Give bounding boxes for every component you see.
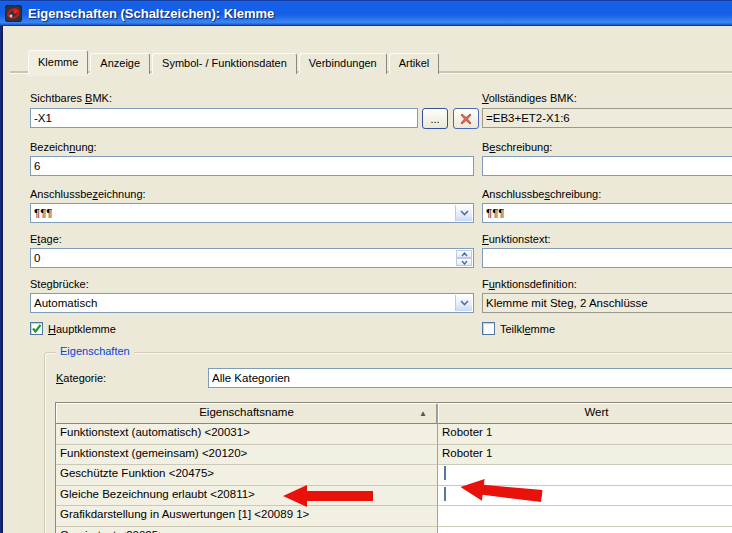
property-value-cell[interactable] <box>438 527 732 533</box>
tab-symbol-funktionsdaten[interactable]: Symbol- / Funktionsdaten <box>152 53 297 74</box>
table-row: Funktionstext (gemeinsam) <20120> Robote… <box>56 445 732 466</box>
designation-label: Bezeichnung: <box>30 141 97 153</box>
property-value-cell[interactable]: Roboter 1 <box>438 424 732 445</box>
function-text-label: Funktionstext: <box>482 233 551 245</box>
connection-description-label: Anschlussbeschreibung: <box>482 188 601 200</box>
table-row: Gleiche Bezeichnung erlaubt <20811> <box>56 486 732 507</box>
jumper-combobox[interactable]: Automatisch <box>30 293 474 313</box>
main-terminal-label: Hauptklemme <box>48 323 116 335</box>
property-name-cell[interactable]: Gleiche Bezeichnung erlaubt <20811> <box>56 486 438 507</box>
level-value: 0 <box>34 252 40 264</box>
table-header-row: Eigenschaftsname ▲ Wert <box>56 403 732 424</box>
property-name-cell[interactable]: Geschützte Funktion <20475> <box>56 465 438 486</box>
table-row: Grafikdarstellung in Auswertungen [1] <2… <box>56 506 732 527</box>
connection-designation-combobox[interactable]: ¶¶¶ <box>30 203 474 223</box>
level-label: Etage: <box>30 233 62 245</box>
property-name-cell[interactable]: Funktionstext (gemeinsam) <20120> <box>56 445 438 466</box>
spin-down-icon[interactable] <box>456 258 472 266</box>
column-header-label: Eigenschaftsname <box>199 406 294 418</box>
level-stepper[interactable]: 0 <box>30 248 474 268</box>
app-icon <box>5 5 22 22</box>
function-text-input[interactable] <box>482 248 732 268</box>
spin-up-icon[interactable] <box>456 250 472 258</box>
value-checkbox[interactable] <box>444 466 446 480</box>
main-terminal-checkbox[interactable] <box>30 322 43 335</box>
property-value-cell[interactable] <box>438 506 732 527</box>
annotation-arrow-left <box>283 485 373 507</box>
full-bmk-readonly-field: =EB3+ET2-X1:6 <box>482 108 732 128</box>
connection-description-input[interactable]: ¶¶¶ <box>482 203 732 223</box>
window-border <box>0 26 3 533</box>
table-row: Funktionstext (automatisch) <20031> Robo… <box>56 424 732 445</box>
red-x-icon <box>460 113 472 125</box>
function-definition-readonly-field: Klemme mit Steg, 2 Anschlüsse <box>482 293 732 313</box>
title-bar[interactable]: Eigenschaften (Schaltzeichen): Klemme <box>0 0 732 26</box>
part-terminal-label: Teilklemme <box>500 323 555 335</box>
designation-input[interactable]: 6 <box>30 156 474 176</box>
description-label: Beschreibung: <box>482 141 552 153</box>
properties-group-title: Eigenschaften <box>56 345 134 357</box>
properties-dialog: Eigenschaften (Schaltzeichen): Klemme Kl… <box>0 0 732 533</box>
property-name-cell[interactable]: Grafikdarstellung in Auswertungen [1] <2… <box>56 506 438 527</box>
description-input[interactable] <box>482 156 732 176</box>
value-checkbox[interactable] <box>444 487 446 501</box>
tab-artikel[interactable]: Artikel <box>389 53 440 74</box>
property-value-cell[interactable]: Roboter 1 <box>438 445 732 466</box>
visible-bmk-input[interactable]: -X1 <box>30 108 418 128</box>
chevron-down-icon[interactable] <box>455 295 472 311</box>
part-terminal-checkbox[interactable] <box>482 322 495 335</box>
visible-bmk-label: Sichtbares BMK: <box>30 92 112 104</box>
tab-klemme[interactable]: Klemme <box>28 50 88 74</box>
jumper-value: Automatisch <box>34 297 97 309</box>
tab-anzeige[interactable]: Anzeige <box>90 53 150 74</box>
connection-designation-value: ¶¶¶ <box>34 207 53 219</box>
table-row: Graviertext <20025> <box>56 527 732 533</box>
chevron-down-icon[interactable] <box>455 205 472 221</box>
function-definition-label: Funktionsdefinition: <box>482 278 577 290</box>
property-name-cell[interactable]: Funktionstext (automatisch) <20031> <box>56 424 438 445</box>
category-combobox[interactable]: Alle Kategorien <box>208 368 732 388</box>
window-title: Eigenschaften (Schaltzeichen): Klemme <box>28 6 274 21</box>
delete-bmk-button[interactable] <box>453 108 479 129</box>
column-header-wert[interactable]: Wert <box>438 403 732 424</box>
jumper-label: Stegbrücke: <box>30 278 89 290</box>
full-bmk-label: Vollständiges BMK: <box>482 92 577 104</box>
properties-table: Eigenschaftsname ▲ Wert Funktionstext (a… <box>55 402 732 533</box>
column-header-eigenschaftsname[interactable]: Eigenschaftsname ▲ <box>56 403 438 424</box>
table-row: Geschützte Funktion <20475> <box>56 465 732 486</box>
category-value: Alle Kategorien <box>212 372 290 384</box>
browse-bmk-button[interactable]: ... <box>422 108 448 129</box>
connection-designation-label: Anschlussbezeichnung: <box>30 188 146 200</box>
tab-strip: Klemme Anzeige Symbol- / Funktionsdaten … <box>28 51 441 74</box>
tab-verbindungen[interactable]: Verbindungen <box>299 53 387 74</box>
spinner-buttons[interactable] <box>456 250 472 266</box>
column-header-label: Wert <box>584 406 608 418</box>
check-icon <box>31 323 42 334</box>
sort-ascending-icon[interactable]: ▲ <box>419 409 427 419</box>
property-name-cell[interactable]: Graviertext <20025> <box>56 527 438 533</box>
category-label: Kategorie: <box>56 372 106 384</box>
